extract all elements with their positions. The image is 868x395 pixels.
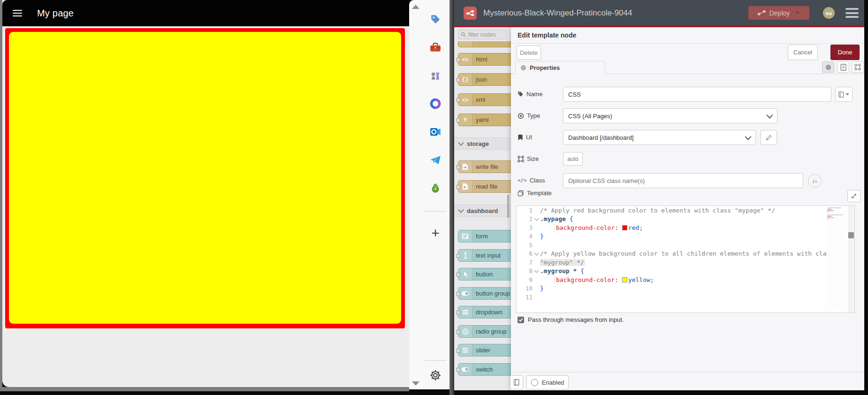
done-button[interactable]: Done	[830, 45, 860, 60]
description-icon-button[interactable]	[837, 61, 849, 73]
deploy-options-caret-icon[interactable]	[795, 12, 800, 14]
left-window-bottom-edge	[0, 387, 409, 391]
fold-chevron-icon[interactable]	[533, 269, 540, 273]
enabled-toggle-button[interactable]: Enabled	[526, 375, 569, 389]
code-line-2[interactable]: 2.mypage {	[517, 215, 854, 224]
class-input[interactable]	[563, 173, 803, 188]
caret-down-icon	[745, 134, 751, 140]
office-loop-icon[interactable]	[428, 97, 442, 111]
tab-properties[interactable]: Properties	[515, 61, 605, 74]
palette-node-read-file[interactable]: read file	[458, 180, 511, 193]
expand-icon	[851, 193, 857, 199]
node-input-port	[456, 78, 460, 82]
palette-node-button[interactable]: button	[458, 268, 511, 281]
code-text: /* Apply red background color to element…	[540, 207, 854, 214]
node-icon: <>	[458, 53, 472, 65]
app-sidebar: +	[421, 0, 449, 389]
node-icon	[458, 344, 472, 356]
telegram-icon[interactable]	[428, 153, 442, 167]
dialog-title-bar: Edit template node	[511, 27, 864, 44]
palette-category-dashboard[interactable]: dashboard	[454, 205, 511, 217]
code-line-1[interactable]: 1/* Apply red background color to elemen…	[517, 206, 854, 215]
palette-filter-input[interactable]: filter nodes	[458, 30, 507, 39]
chevron-down-icon	[458, 140, 464, 146]
main-menu-icon[interactable]	[845, 8, 859, 18]
menu-icon[interactable]	[13, 10, 22, 16]
bird-icon[interactable]	[428, 181, 442, 195]
node-input-port	[456, 118, 460, 122]
palette-node-dropdown[interactable]: dropdown	[458, 306, 511, 319]
size-field-label: Size	[518, 155, 539, 162]
code-line-4[interactable]: 4}	[517, 232, 854, 241]
size-auto-button[interactable]: auto	[563, 152, 583, 166]
book-icon	[514, 379, 519, 386]
palette-node-xml[interactable]: <>xml	[458, 93, 511, 106]
properties-icon-button[interactable]	[822, 61, 834, 73]
scroll-down-icon[interactable]	[412, 381, 419, 386]
palette-category-storage[interactable]: storage	[454, 137, 511, 150]
fold-chevron-icon[interactable]	[533, 217, 540, 221]
cancel-button[interactable]: Cancel	[788, 45, 818, 60]
chess-pieces-icon[interactable]	[428, 68, 442, 83]
palette-node-html[interactable]: <>html	[458, 53, 511, 66]
palette-node-switch[interactable]: switch	[458, 363, 511, 376]
user-avatar[interactable]: su	[823, 7, 835, 19]
code-line-7[interactable]: 7"mygroup" */	[517, 258, 854, 267]
appearance-icon-button[interactable]	[852, 61, 864, 73]
palette-node-partial[interactable]	[458, 41, 511, 47]
ui-field-label: UI	[518, 134, 532, 141]
tag-icon[interactable]	[428, 12, 442, 26]
deploy-button[interactable]: Deploy	[748, 6, 809, 20]
name-input[interactable]	[563, 87, 831, 102]
name-field-label: Name	[518, 91, 543, 98]
palette-node-write-file[interactable]: write file	[458, 160, 511, 173]
code-line-3[interactable]: 3background-color: red;	[517, 223, 854, 232]
scroll-up-icon[interactable]	[412, 5, 419, 9]
screen: My page +	[0, 0, 868, 395]
expand-editor-button[interactable]	[847, 190, 860, 202]
deploy-icon	[758, 10, 766, 15]
passthrough-checkbox[interactable]	[518, 317, 524, 323]
toolbox-icon[interactable]	[428, 40, 442, 54]
fx-button[interactable]: ƒx	[808, 174, 822, 188]
library-button[interactable]	[510, 375, 523, 389]
template-field-label: Template	[518, 190, 552, 197]
code-line-8[interactable]: 8.mygroup * {	[517, 267, 854, 276]
code-line-9[interactable]: 9background-color: yellow;	[517, 275, 854, 284]
template-code-editor[interactable]: 1/* Apply red background color to elemen…	[516, 205, 855, 313]
palette-node-form[interactable]: form	[458, 230, 511, 243]
code-line-6[interactable]: 6/* Apply yellow background color to all…	[517, 250, 854, 258]
outlook-icon[interactable]	[428, 125, 442, 139]
name-library-button[interactable]	[835, 87, 853, 102]
delete-button[interactable]: Delete	[517, 46, 541, 60]
code-line-10[interactable]: 10}	[517, 284, 854, 293]
palette-node-button-group[interactable]: button group	[458, 287, 511, 300]
node-input-port	[456, 330, 460, 334]
code-line-11[interactable]: 11	[517, 293, 854, 302]
type-select[interactable]: CSS (All Pages)	[563, 108, 777, 123]
flow-title: Mysterious-Black-Winged-Pratincole-9044	[483, 8, 632, 18]
sidebar-scrollbar[interactable]	[409, 0, 421, 389]
palette-node-slider[interactable]: slider	[458, 344, 511, 357]
edit-ui-button[interactable]	[761, 130, 777, 145]
palette-node-yaml[interactable]: Yyaml	[458, 114, 511, 126]
palette-node-radio-group[interactable]: radio group	[458, 325, 511, 338]
editor-minimap[interactable]	[826, 207, 846, 310]
palette-node-json[interactable]: {}json	[458, 73, 511, 86]
node-input-port	[456, 349, 460, 353]
editor-scrollbar-thumb[interactable]	[848, 232, 854, 238]
editor-scrollbar[interactable]	[848, 206, 854, 312]
add-service-icon[interactable]: +	[428, 226, 442, 240]
node-icon	[458, 326, 472, 337]
settings-gear-icon[interactable]	[428, 368, 442, 382]
code-line-5[interactable]: 5	[517, 241, 854, 250]
palette-node-text-input[interactable]: text input	[458, 249, 511, 262]
passthrough-checkbox-row[interactable]: Pass through messages from input.	[518, 316, 624, 323]
ui-select[interactable]: Dashboard [/dashboard]	[563, 130, 756, 145]
dashboard-window: My page	[2, 0, 409, 387]
fold-chevron-icon[interactable]	[533, 251, 540, 256]
chevron-down-icon	[458, 207, 464, 213]
code-brackets-icon: </>	[518, 177, 527, 183]
line-number: 11	[517, 294, 533, 301]
palette-scrollbar-thumb[interactable]	[507, 195, 509, 218]
